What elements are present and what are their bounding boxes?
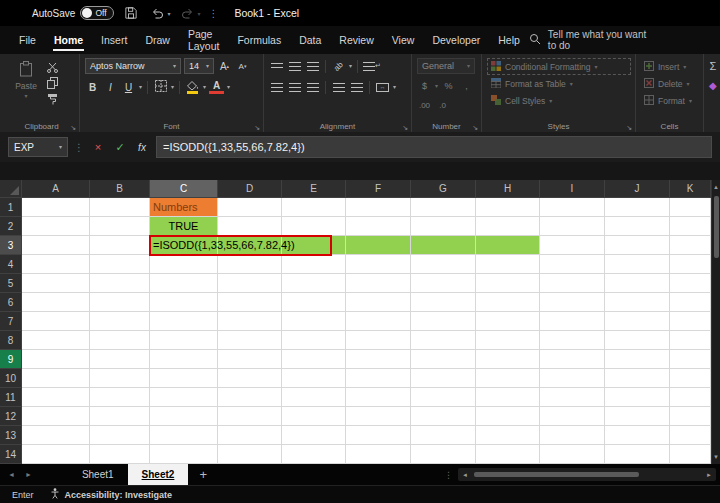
- chevron-down-icon[interactable]: ▾: [171, 84, 174, 90]
- cell-G14[interactable]: [411, 445, 476, 464]
- cell-K7[interactable]: [670, 312, 711, 331]
- column-header-I[interactable]: I: [540, 180, 605, 198]
- cell-E7[interactable]: [282, 312, 346, 331]
- cell-I14[interactable]: [540, 445, 605, 464]
- cell-D5[interactable]: [218, 274, 282, 293]
- cell-G3[interactable]: [411, 236, 476, 255]
- cell-G6[interactable]: [411, 293, 476, 312]
- cell-H12[interactable]: [476, 407, 540, 426]
- cell-A1[interactable]: [22, 198, 90, 217]
- cell-A9[interactable]: [22, 350, 90, 369]
- decrease-decimal-button[interactable]: .0: [435, 97, 450, 113]
- cell-K4[interactable]: [670, 255, 711, 274]
- column-header-E[interactable]: E: [282, 180, 346, 198]
- percent-style-button[interactable]: %: [441, 78, 456, 94]
- font-size-select[interactable]: 14 ▾: [184, 58, 214, 74]
- cell-K2[interactable]: [670, 217, 711, 236]
- row-header-2[interactable]: 2: [0, 217, 22, 236]
- cell-G11[interactable]: [411, 388, 476, 407]
- cell-I6[interactable]: [540, 293, 605, 312]
- tab-split-handle[interactable]: ⋮: [441, 470, 456, 480]
- cell-C13[interactable]: [150, 426, 218, 445]
- cell-K9[interactable]: [670, 350, 711, 369]
- row-header-5[interactable]: 5: [0, 274, 22, 293]
- chevron-down-icon[interactable]: ▾: [393, 84, 396, 90]
- cell-I4[interactable]: [540, 255, 605, 274]
- cell-E12[interactable]: [282, 407, 346, 426]
- insert-function-button[interactable]: fx: [134, 138, 150, 156]
- cell-B14[interactable]: [90, 445, 150, 464]
- copy-button[interactable]: [47, 77, 58, 90]
- orientation-button[interactable]: ab: [331, 58, 346, 74]
- cell-J7[interactable]: [605, 312, 670, 331]
- column-header-D[interactable]: D: [218, 180, 282, 198]
- cell-I9[interactable]: [540, 350, 605, 369]
- chevron-down-icon[interactable]: ▾: [227, 84, 230, 90]
- number-format-select[interactable]: General ▾: [417, 58, 475, 74]
- cell-C9[interactable]: [150, 350, 218, 369]
- cell-K6[interactable]: [670, 293, 711, 312]
- cell-J9[interactable]: [605, 350, 670, 369]
- cell-G5[interactable]: [411, 274, 476, 293]
- cell-F3[interactable]: [346, 236, 411, 255]
- cell-I7[interactable]: [540, 312, 605, 331]
- cell-F6[interactable]: [346, 293, 411, 312]
- cell-B10[interactable]: [90, 369, 150, 388]
- cell-B13[interactable]: [90, 426, 150, 445]
- cell-C3[interactable]: =ISODD({1,33,55,66,7.82,4}): [150, 236, 218, 255]
- column-header-B[interactable]: B: [90, 180, 150, 198]
- cell-G10[interactable]: [411, 369, 476, 388]
- wrap-text-button[interactable]: ↵: [363, 58, 381, 74]
- quick-access-menu-icon[interactable]: ⋮: [208, 8, 218, 19]
- cell-D7[interactable]: [218, 312, 282, 331]
- cell-J1[interactable]: [605, 198, 670, 217]
- cell-B1[interactable]: [90, 198, 150, 217]
- cell-H3[interactable]: [476, 236, 540, 255]
- cell-A2[interactable]: [22, 217, 90, 236]
- comma-style-button[interactable]: ,: [459, 78, 474, 94]
- scroll-up-icon[interactable]: ▲: [712, 180, 720, 194]
- cell-D10[interactable]: [218, 369, 282, 388]
- cell-H1[interactable]: [476, 198, 540, 217]
- row-header-8[interactable]: 8: [0, 331, 22, 350]
- cell-B11[interactable]: [90, 388, 150, 407]
- cell-J3[interactable]: [605, 236, 670, 255]
- cell-H5[interactable]: [476, 274, 540, 293]
- horizontal-scroll-thumb[interactable]: [474, 472, 639, 477]
- redo-icon[interactable]: [178, 4, 196, 22]
- cell-G1[interactable]: [411, 198, 476, 217]
- cut-button[interactable]: [47, 61, 58, 74]
- align-right-button[interactable]: [305, 79, 320, 95]
- cell-D6[interactable]: [218, 293, 282, 312]
- cell-G7[interactable]: [411, 312, 476, 331]
- number-dialog-launcher-icon[interactable]: ↘: [472, 124, 478, 131]
- decrease-indent-button[interactable]: [331, 79, 346, 95]
- cancel-entry-button[interactable]: ×: [90, 138, 106, 156]
- cell-I12[interactable]: [540, 407, 605, 426]
- cell-I11[interactable]: [540, 388, 605, 407]
- cell-K14[interactable]: [670, 445, 711, 464]
- column-header-J[interactable]: J: [605, 180, 670, 198]
- cell-F12[interactable]: [346, 407, 411, 426]
- column-header-H[interactable]: H: [476, 180, 540, 198]
- menu-tab-insert[interactable]: Insert: [92, 26, 136, 54]
- format-as-table-button[interactable]: Format as Table ▾: [487, 75, 631, 92]
- cell-J13[interactable]: [605, 426, 670, 445]
- clipboard-dialog-launcher-icon[interactable]: ↘: [70, 124, 76, 131]
- column-header-K[interactable]: K: [670, 180, 711, 198]
- cell-G9[interactable]: [411, 350, 476, 369]
- insert-cells-button[interactable]: Insert ▾: [641, 58, 699, 75]
- menu-tab-developer[interactable]: Developer: [423, 26, 489, 54]
- column-header-F[interactable]: F: [346, 180, 411, 198]
- cell-C5[interactable]: [150, 274, 218, 293]
- cell-D11[interactable]: [218, 388, 282, 407]
- cell-J5[interactable]: [605, 274, 670, 293]
- cell-B4[interactable]: [90, 255, 150, 274]
- cell-C1[interactable]: Numbers: [150, 198, 218, 217]
- merge-center-button[interactable]: ↔: [375, 79, 390, 95]
- row-header-1[interactable]: 1: [0, 198, 22, 217]
- cell-G13[interactable]: [411, 426, 476, 445]
- scroll-left-icon[interactable]: ◄: [458, 468, 472, 481]
- autosave-toggle[interactable]: AutoSave Off: [32, 6, 114, 20]
- select-all-button[interactable]: [0, 180, 22, 198]
